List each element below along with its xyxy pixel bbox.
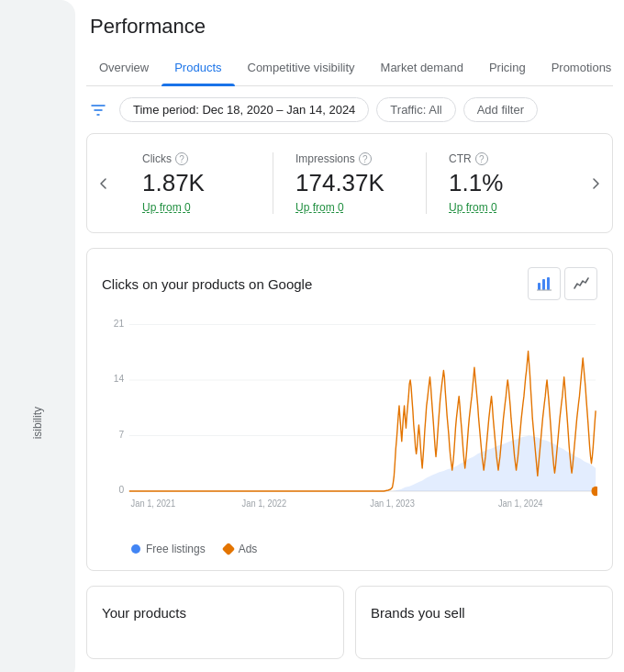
impressions-help-icon[interactable]: ? (359, 152, 372, 165)
metrics-inner: Clicks ? 1.87K Up from 0 Impressions ? 1… (120, 152, 579, 214)
metrics-prev-button[interactable] (87, 174, 120, 193)
chart-header: Clicks on your products on Google (102, 267, 597, 300)
sidebar-visibility-label: isibility (31, 407, 44, 439)
tab-market-demand[interactable]: Market demand (368, 50, 476, 85)
ctr-change[interactable]: Up from 0 (449, 201, 557, 214)
tab-pricing[interactable]: Pricing (476, 50, 539, 85)
tabs-container: Overview Products Competitive visibility… (86, 50, 613, 86)
metrics-card: Clicks ? 1.87K Up from 0 Impressions ? 1… (86, 133, 613, 233)
legend-free-listings: Free listings (131, 543, 206, 555)
chart-line-view-button[interactable] (564, 267, 597, 300)
svg-rect-1 (542, 279, 545, 290)
main-content: Performance Overview Products Competitiv… (75, 0, 624, 672)
impressions-value: 174.37K (295, 169, 404, 197)
tab-promotions[interactable]: Promotions (539, 50, 624, 85)
svg-text:7: 7 (119, 428, 125, 440)
free-listings-legend-dot (131, 544, 140, 554)
svg-rect-2 (547, 277, 550, 290)
chart-bar-view-button[interactable] (528, 267, 561, 300)
traffic-filter[interactable]: Traffic: All (376, 97, 455, 122)
metric-ctr: CTR ? 1.1% Up from 0 (427, 152, 579, 214)
chart-legend: Free listings Ads (102, 543, 597, 555)
page-title: Performance (86, 0, 613, 50)
clicks-change[interactable]: Up from 0 (142, 201, 251, 214)
your-products-title: Your products (102, 605, 329, 621)
filter-icon (90, 102, 112, 118)
chart-area: 21 14 7 0 Jan 1, 2021 Jan 1, 2022 Jan 1,… (102, 315, 597, 535)
ads-label: Ads (239, 543, 258, 555)
bottom-cards: Your products Brands you sell (86, 586, 613, 659)
svg-text:21: 21 (114, 317, 124, 329)
impressions-change[interactable]: Up from 0 (295, 201, 404, 214)
metrics-next-button[interactable] (579, 174, 612, 193)
sidebar: isibility (0, 0, 75, 672)
brands-you-sell-card: Brands you sell (355, 586, 613, 659)
svg-text:Jan 1, 2022: Jan 1, 2022 (242, 498, 287, 509)
tab-overview[interactable]: Overview (86, 50, 162, 85)
ctr-value: 1.1% (449, 169, 557, 197)
free-listings-label: Free listings (146, 543, 206, 555)
metric-impressions: Impressions ? 174.37K Up from 0 (273, 152, 427, 214)
metric-clicks: Clicks ? 1.87K Up from 0 (120, 152, 273, 214)
tab-products[interactable]: Products (162, 50, 234, 85)
filters-row: Time period: Dec 18, 2020 – Jan 14, 2024… (86, 86, 613, 133)
clicks-help-icon[interactable]: ? (175, 152, 188, 165)
chart-actions (528, 267, 597, 300)
svg-text:14: 14 (114, 372, 124, 384)
brands-you-sell-title: Brands you sell (371, 605, 597, 621)
svg-text:0: 0 (119, 484, 125, 496)
chart-card: Clicks on your products on Google (86, 248, 613, 571)
clicks-value: 1.87K (142, 169, 251, 197)
svg-text:Jan 1, 2021: Jan 1, 2021 (131, 498, 176, 509)
svg-rect-0 (538, 283, 540, 290)
time-period-filter[interactable]: Time period: Dec 18, 2020 – Jan 14, 2024 (119, 97, 369, 122)
tab-competitive-visibility[interactable]: Competitive visibility (235, 50, 368, 85)
your-products-card: Your products (86, 586, 344, 659)
legend-ads: Ads (224, 543, 258, 555)
svg-text:Jan 1, 2023: Jan 1, 2023 (370, 498, 415, 509)
add-filter-button[interactable]: Add filter (463, 97, 538, 122)
ads-legend-dot (222, 543, 235, 555)
svg-text:Jan 1, 2024: Jan 1, 2024 (498, 498, 543, 509)
ctr-help-icon[interactable]: ? (475, 152, 488, 165)
chart-title: Clicks on your products on Google (102, 276, 312, 292)
